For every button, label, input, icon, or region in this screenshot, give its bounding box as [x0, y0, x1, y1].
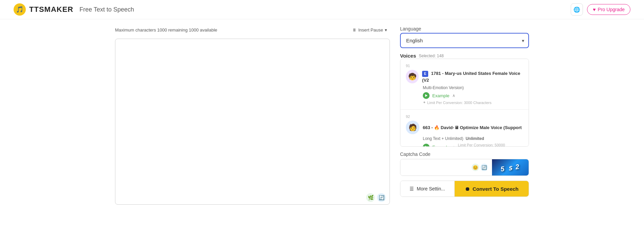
- tagline: Free Text to Speech: [79, 6, 134, 13]
- captcha-label: Captcha Code: [400, 151, 529, 157]
- more-settings-button[interactable]: ☰ More Settin...: [400, 181, 455, 197]
- main-content: Maximum characters 1000 remaining 1000 a…: [101, 19, 543, 213]
- limit-inline-icon-2: ✦: [452, 145, 455, 147]
- voices-header: Voices Selected: 148: [400, 53, 529, 59]
- translate-button[interactable]: 🌐: [571, 3, 583, 16]
- header-left: 🎵 TTSMAKER Free Text to Speech: [14, 3, 134, 16]
- convert-icon: ⏺: [465, 186, 470, 192]
- voice-card-2[interactable]: 92 🧑 663 - 🔥 David-🖥 Optimize Male Voice…: [400, 110, 529, 147]
- textarea-icons: 🌿 🔄: [366, 193, 386, 202]
- logo-icon: 🎵: [14, 3, 26, 16]
- voice-example-row-2: Example ✦ Limit Per Conversion: 50000 Ch…: [406, 143, 523, 147]
- voice-limit-1: ✦ Limit Per Conversion: 3000 Characters: [406, 100, 523, 105]
- voice-avatar-1: 🧒: [406, 70, 419, 83]
- convert-label: Convert To Speech: [473, 186, 519, 192]
- voice-sub-1: Multi-Emotion Version): [406, 85, 523, 90]
- char-info: Maximum characters 1000 remaining 1000 a…: [115, 27, 217, 33]
- captcha-refresh-icon[interactable]: 🔄: [480, 164, 488, 171]
- voices-count: Selected: 148: [419, 54, 443, 58]
- header-right: 🌐 ♥ Pro Upgrade: [571, 3, 630, 16]
- language-select[interactable]: English Chinese Spanish French German Ja…: [400, 33, 529, 48]
- voice-name-1: 1781 - Mary-us United States Female Voic…: [422, 71, 520, 83]
- voices-list[interactable]: 91 🧒 E 1781 - Mary-us United States Fema…: [400, 59, 529, 147]
- svg-text:🎵: 🎵: [16, 6, 24, 13]
- voice-avatar-2: 🧑: [406, 121, 419, 134]
- language-label: Language: [400, 26, 529, 32]
- textarea-emoji-icon[interactable]: 🌿: [366, 193, 375, 202]
- captcha-emoji-icon[interactable]: 😊: [472, 164, 479, 171]
- voice-index-2: 92: [406, 115, 523, 119]
- brand-name: TTSMAKER: [29, 5, 73, 14]
- right-panel: Language English Chinese Spanish French …: [400, 26, 529, 206]
- voice-badge-1: E: [422, 71, 428, 77]
- chevron-down-icon: ▾: [385, 27, 387, 33]
- limit-icon-1: ✦: [423, 100, 426, 105]
- left-panel: Maximum characters 1000 remaining 1000 a…: [115, 26, 390, 206]
- insert-pause-label: Insert Pause: [358, 27, 383, 33]
- voice-top-2: 🧑 663 - 🔥 David-🖥 Optimize Male Voice (S…: [406, 121, 523, 134]
- captcha-section: Captcha Code 😊 🔄 5 ꜱ 2: [400, 151, 529, 176]
- pro-upgrade-label: Pro Upgrade: [598, 7, 625, 12]
- captcha-input[interactable]: [404, 165, 469, 170]
- bottom-buttons: ☰ More Settin... ⏺ Convert To Speech: [400, 181, 529, 197]
- voice-sub-2: Long Text + Unlimited) Unlimited: [406, 136, 523, 141]
- example-label-1: Example: [432, 93, 450, 98]
- play-button-1[interactable]: [423, 92, 430, 99]
- voice-name-wrapper-2: 663 - 🔥 David-🖥 Optimize Male Voice (Sup…: [423, 124, 522, 130]
- text-input[interactable]: [115, 39, 390, 205]
- captcha-wrapper: 😊 🔄 5 ꜱ 2: [400, 159, 529, 176]
- voice-name-2: 663 - 🔥 David-🖥 Optimize Male Voice (Sup…: [423, 125, 522, 130]
- voice-card-1[interactable]: 91 🧒 E 1781 - Mary-us United States Fema…: [400, 59, 529, 110]
- pro-upgrade-button[interactable]: ♥ Pro Upgrade: [587, 4, 630, 15]
- pause-icon: ⏸: [352, 27, 357, 33]
- translate-icon: 🌐: [573, 6, 580, 13]
- voices-section: Voices Selected: 148 91 🧒 E 1781 - Mary-…: [400, 53, 529, 147]
- captcha-icons: 😊 🔄: [472, 164, 488, 171]
- play-button-2[interactable]: [423, 144, 430, 147]
- more-settings-label: More Settin...: [417, 186, 445, 191]
- top-bar-row: Maximum characters 1000 remaining 1000 a…: [115, 26, 390, 34]
- heart-icon: ♥: [593, 7, 595, 12]
- expand-icon-1[interactable]: ∧: [452, 93, 455, 98]
- limit-text-1: Limit Per Conversion: 3000 Characters: [427, 101, 492, 105]
- voice-name-wrapper-1: E 1781 - Mary-us United States Female Vo…: [422, 70, 523, 83]
- limit-inline-text-2: Limit Per Conversion: 50000 Characters: [458, 143, 523, 147]
- voice-index-1: 91: [406, 64, 523, 68]
- text-area-wrapper: 🌿 🔄: [115, 39, 390, 206]
- voice-example-row-1: Example ∧: [406, 92, 523, 99]
- voices-label: Voices: [400, 53, 416, 59]
- example-label-2: Example: [432, 145, 450, 147]
- settings-icon: ☰: [410, 186, 414, 191]
- voice-top-1: 🧒 E 1781 - Mary-us United States Female …: [406, 70, 523, 83]
- header: 🎵 TTSMAKER Free Text to Speech 🌐 ♥ Pro U…: [0, 0, 644, 19]
- language-section: Language English Chinese Spanish French …: [400, 26, 529, 48]
- captcha-input-area: 😊 🔄: [400, 159, 492, 176]
- textarea-refresh-icon[interactable]: 🔄: [377, 193, 386, 202]
- captcha-image: 5 ꜱ 2: [492, 159, 529, 176]
- insert-pause-button[interactable]: ⏸ Insert Pause ▾: [349, 26, 390, 34]
- convert-button[interactable]: ⏺ Convert To Speech: [455, 181, 529, 197]
- language-select-wrapper: English Chinese Spanish French German Ja…: [400, 33, 529, 48]
